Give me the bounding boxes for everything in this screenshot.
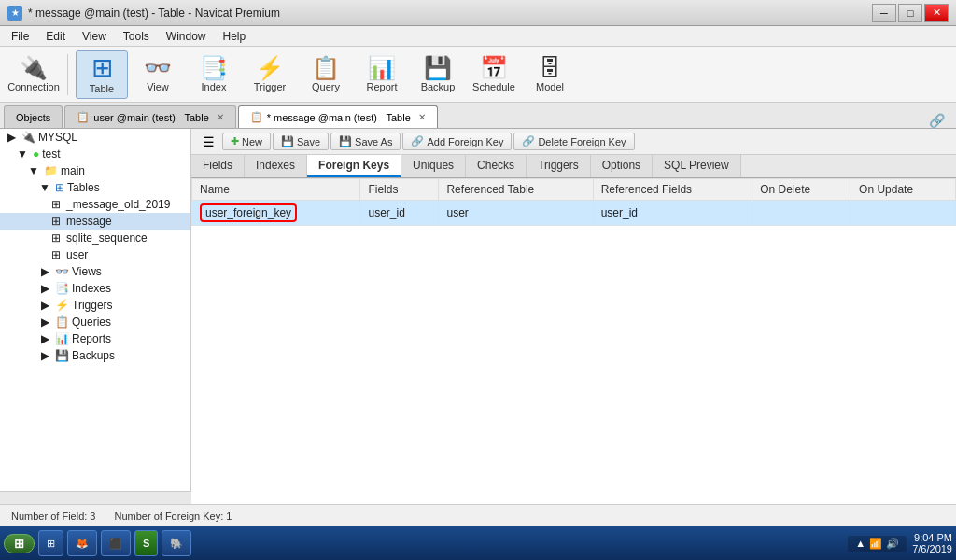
save-as-label: Save As xyxy=(355,136,392,147)
hamburger-button[interactable]: ☰ xyxy=(197,133,220,151)
tab-checks[interactable]: Checks xyxy=(466,155,527,177)
fk-row-1-ref-fields[interactable]: user_id xyxy=(593,201,752,226)
main-expand-icon: ▼ xyxy=(26,164,41,177)
taskbar-app-3[interactable]: ⬛ xyxy=(101,530,131,556)
tab-triggers[interactable]: Triggers xyxy=(527,155,591,177)
toolbar-schedule[interactable]: 📅 Schedule xyxy=(468,50,520,99)
sidebar-item-user[interactable]: ⊞ user xyxy=(0,246,190,263)
schedule-label: Schedule xyxy=(472,81,515,92)
menu-file[interactable]: File xyxy=(4,28,36,45)
tab-foreign-keys[interactable]: Foreign Keys xyxy=(307,155,401,177)
menu-help[interactable]: Help xyxy=(216,28,254,45)
col-fields: Fields xyxy=(360,179,439,201)
sidebar-item-indexes[interactable]: ▶ 📑 Indexes xyxy=(0,280,190,297)
sidebar-user-label: user xyxy=(66,248,88,261)
test-dot-icon: ● xyxy=(33,147,39,161)
toolbar-sep-1 xyxy=(67,54,68,95)
sidebar-item-queries[interactable]: ▶ 📋 Queries xyxy=(0,314,190,330)
table-row-icon-3: ⊞ xyxy=(49,231,63,245)
tab-indexes[interactable]: Indexes xyxy=(245,155,307,177)
sidebar-triggers-label: Triggers xyxy=(72,299,113,312)
content-area: ☰ ✚ New 💾 Save 💾 Save As 🔗 Add Foreign K… xyxy=(191,129,956,560)
add-fk-button[interactable]: 🔗 Add Foreign Key xyxy=(402,133,512,150)
toolbar-index[interactable]: 📑 Index xyxy=(188,50,240,99)
main-layout: ▶ 🔌 MYSQL ▼ ● test ▼ 📁 main ▼ ⊞ Tables ⊞… xyxy=(0,129,956,560)
start-button[interactable]: ⊞ xyxy=(4,534,35,553)
save-as-button[interactable]: 💾 Save As xyxy=(330,133,401,150)
col-on-update: On Update xyxy=(851,179,956,201)
window-controls: ─ □ ✕ xyxy=(872,4,949,22)
taskbar-app-4[interactable]: S xyxy=(134,530,158,556)
menu-edit[interactable]: Edit xyxy=(38,28,73,45)
tab-user-label: user @main (test) - Table xyxy=(93,112,208,123)
fk-row-1[interactable]: user_foreign_key user_id user user_id xyxy=(192,201,956,226)
model-icon: 🗄 xyxy=(539,57,561,79)
sidebar-item-tables[interactable]: ▼ ⊞ Tables xyxy=(0,179,190,196)
save-label: Save xyxy=(297,136,320,147)
menu-window[interactable]: Window xyxy=(159,28,214,45)
tab-user-close[interactable]: ✕ xyxy=(217,112,224,122)
toolbar-view[interactable]: 👓 View xyxy=(132,50,184,99)
tab-options[interactable]: Options xyxy=(591,155,653,177)
sys-tray: ▲ 📶 🔊 xyxy=(848,536,907,552)
col-ref-table: Referenced Table xyxy=(439,179,593,201)
taskbar-app-2[interactable]: 🦊 xyxy=(67,530,97,556)
fk-row-1-name[interactable]: user_foreign_key xyxy=(192,201,360,226)
sidebar-backups-label: Backups xyxy=(72,349,115,362)
taskbar: ⊞ ⊞ 🦊 ⬛ S 🐘 ▲ 📶 🔊 9:04 PM 7/6/2019 xyxy=(0,526,956,560)
new-button[interactable]: ✚ New xyxy=(222,133,271,150)
app2-icon: 🦊 xyxy=(76,538,89,550)
toolbar-backup[interactable]: 💾 Backup xyxy=(412,50,464,99)
app1-icon: ⊞ xyxy=(47,538,55,550)
fk-table: Name Fields Referenced Table Referenced … xyxy=(191,178,956,226)
tab-fields[interactable]: Fields xyxy=(191,155,245,177)
view-label: View xyxy=(147,81,169,92)
menu-tools[interactable]: Tools xyxy=(116,28,157,45)
time-display: 9:04 PM xyxy=(912,532,952,543)
sidebar-item-mysql[interactable]: ▶ 🔌 MYSQL xyxy=(0,129,190,146)
sidebar-item-message[interactable]: ⊞ message xyxy=(0,213,190,230)
sidebar-hscroll[interactable] xyxy=(0,491,191,504)
delete-fk-button[interactable]: 🔗 Delete Foreign Key xyxy=(513,133,634,150)
tab-message-table[interactable]: 📋 * message @main (test) - Table ✕ xyxy=(238,105,438,128)
menu-view[interactable]: View xyxy=(75,28,114,45)
fk-row-1-on-update[interactable] xyxy=(851,201,956,226)
fk-row-1-ref-table[interactable]: user xyxy=(439,201,593,226)
toolbar-trigger[interactable]: ⚡ Trigger xyxy=(244,50,296,99)
taskbar-app-5[interactable]: 🐘 xyxy=(162,530,191,556)
sidebar-item-backups[interactable]: ▶ 💾 Backups xyxy=(0,347,190,364)
sidebar-item-test[interactable]: ▼ ● test xyxy=(0,146,190,162)
tab-objects[interactable]: Objects xyxy=(4,105,63,128)
fk-table-area: Name Fields Referenced Table Referenced … xyxy=(191,178,956,531)
tab-user-table[interactable]: 📋 user @main (test) - Table ✕ xyxy=(64,105,235,128)
sidebar-item-triggers[interactable]: ▶ ⚡ Triggers xyxy=(0,297,190,314)
minimize-button[interactable]: ─ xyxy=(872,4,896,22)
new-icon: ✚ xyxy=(231,135,239,147)
sidebar-item-views[interactable]: ▶ 👓 Views xyxy=(0,263,190,280)
title-bar: ★ * message @main (test) - Table - Navic… xyxy=(0,0,956,26)
toolbar-query[interactable]: 📋 Query xyxy=(300,50,352,99)
maximize-button[interactable]: □ xyxy=(898,4,922,22)
fk-row-1-on-delete[interactable] xyxy=(752,201,851,226)
tab-uniques[interactable]: Uniques xyxy=(401,155,466,177)
tab-message-label: * message @main (test) - Table xyxy=(267,112,411,123)
toolbar-connection[interactable]: 🔌 Connection xyxy=(7,50,60,99)
sidebar-item-message-old[interactable]: ⊞ _message_old_2019 xyxy=(0,196,190,213)
fk-row-1-fields[interactable]: user_id xyxy=(360,201,439,226)
taskbar-app-1[interactable]: ⊞ xyxy=(38,530,63,556)
indexes-expand-icon: ▶ xyxy=(37,282,52,295)
toolbar-report[interactable]: 📊 Report xyxy=(356,50,408,99)
sidebar-item-sqlite-sequence[interactable]: ⊞ sqlite_sequence xyxy=(0,230,190,246)
report-label: Report xyxy=(366,81,397,92)
tab-message-close[interactable]: ✕ xyxy=(418,112,426,122)
save-button[interactable]: 💾 Save xyxy=(273,133,329,150)
backups-icon: 💾 xyxy=(55,349,69,362)
col-name: Name xyxy=(192,179,360,201)
tab-sql-preview[interactable]: SQL Preview xyxy=(653,155,741,177)
close-button[interactable]: ✕ xyxy=(924,4,949,22)
toolbar-table[interactable]: ⊞ Table xyxy=(76,50,128,99)
sidebar-item-main[interactable]: ▼ 📁 main xyxy=(0,162,190,179)
sidebar-item-reports[interactable]: ▶ 📊 Reports xyxy=(0,330,190,347)
mysql-expand-icon: ▶ xyxy=(4,131,19,144)
toolbar-model[interactable]: 🗄 Model xyxy=(524,50,576,99)
